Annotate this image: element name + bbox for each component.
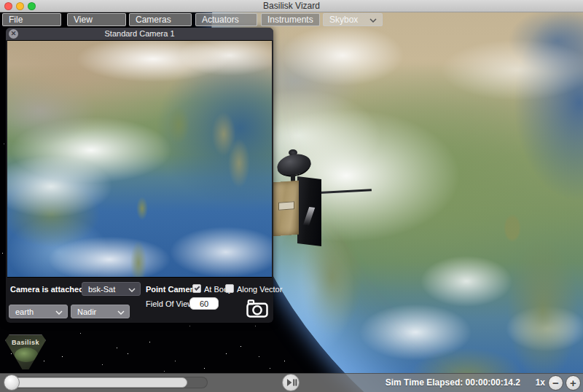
camera-panel-header[interactable]: ✕ Standard Camera 1: [6, 28, 273, 40]
satellite-model: [271, 150, 377, 256]
fov-input[interactable]: [189, 297, 219, 310]
menu-skybox-dropdown[interactable]: Skybox: [323, 13, 383, 26]
satellite-body-dark-panel: [297, 176, 321, 246]
camera-panel-controls: Camera is attached to: bsk-Sat Point Cam…: [6, 278, 273, 323]
playback-bar: Sim Time Elapsed: 00:00:00:14.2 1x − +: [0, 373, 583, 392]
at-body-checkbox[interactable]: [192, 284, 201, 293]
attached-body-dropdown[interactable]: bsk-Sat: [82, 282, 141, 296]
playback-speed: 1x: [536, 377, 545, 388]
standard-camera-panel: ✕ Standard Camera 1 Camera is attached t…: [6, 28, 273, 323]
menu-view-button[interactable]: View: [67, 13, 126, 26]
pointing-mode-dropdown[interactable]: Nadir: [71, 305, 130, 318]
timeline-slider-thumb[interactable]: [4, 375, 20, 391]
starfield: [0, 12, 1, 13]
menu-instruments-button[interactable]: Instruments: [261, 13, 320, 26]
chevron-down-icon: [128, 288, 136, 292]
window-titlebar: Basilisk Vizard: [0, 0, 583, 12]
sim-time-elapsed: Sim Time Elapsed: 00:00:00:14.2: [386, 377, 520, 388]
chevron-down-icon: [55, 310, 63, 315]
play-pause-button[interactable]: [282, 374, 300, 391]
timeline-track[interactable]: [7, 377, 187, 388]
speed-increase-button[interactable]: +: [566, 375, 581, 391]
speed-decrease-button[interactable]: −: [548, 375, 563, 391]
attached-body-value: bsk-Sat: [88, 285, 115, 294]
play-pause-icon: [283, 375, 299, 391]
satellite-decal: [278, 201, 294, 211]
app-window: Basilisk Basilisk Vizard File View Camer…: [0, 0, 583, 392]
chevron-down-icon: [369, 18, 377, 23]
window-title: Basilisk Vizard: [0, 1, 583, 11]
camera-icon: [246, 299, 269, 318]
satellite-body-foil: [273, 181, 299, 236]
along-vector-label: Along Vector: [237, 285, 282, 294]
menu-skybox-label: Skybox: [329, 15, 358, 25]
checkmark-icon: [195, 285, 200, 291]
menu-cameras-button[interactable]: Cameras: [129, 13, 192, 26]
basilisk-logo-text: Basilisk: [6, 339, 45, 346]
satellite-panel-glint: [303, 207, 315, 226]
menu-file-button[interactable]: File: [2, 13, 61, 26]
camera-panel-viewport[interactable]: [7, 40, 272, 278]
pointing-mode-value: Nadir: [77, 307, 96, 316]
target-body-value: earth: [15, 307, 34, 316]
fov-label: Field Of View:: [146, 299, 195, 308]
basilisk-logo-badge: Basilisk: [5, 334, 46, 371]
camera-panel-title: Standard Camera 1: [6, 29, 273, 38]
point-camera-label: Point Camera: [146, 285, 197, 294]
chevron-down-icon: [117, 310, 125, 315]
along-vector-checkbox[interactable]: [225, 284, 234, 293]
sim-time-value: 00:00:00:14.2: [466, 377, 520, 388]
target-body-dropdown[interactable]: earth: [9, 305, 68, 318]
basilisk-dragon-art: [15, 348, 38, 362]
sim-time-label: Sim Time Elapsed:: [386, 377, 463, 388]
snapshot-button[interactable]: [246, 299, 269, 318]
menu-actuators-button[interactable]: Actuators: [195, 13, 257, 26]
